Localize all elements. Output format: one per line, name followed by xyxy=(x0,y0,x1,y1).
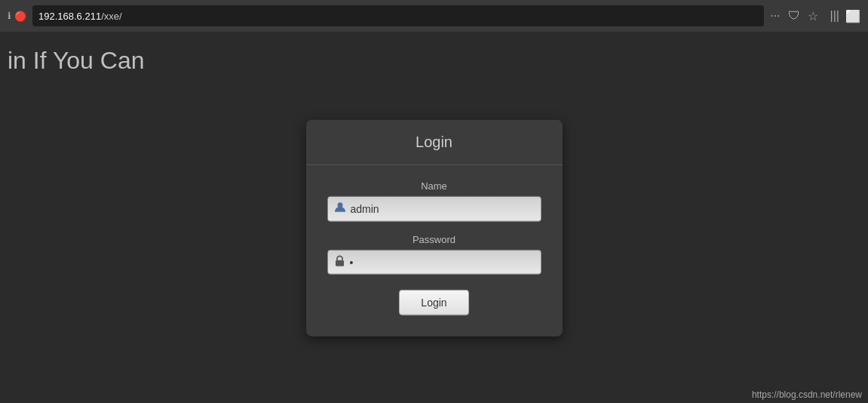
browser-bar: ℹ 🔴 192.168.6.211/xxe/ ··· 🛡 ☆ ||| ⬜ xyxy=(0,0,868,32)
shield-icon[interactable]: 🛡 xyxy=(788,9,800,23)
address-bar[interactable]: 192.168.6.211/xxe/ xyxy=(32,5,764,26)
url-security-icons: ℹ 🔴 xyxy=(8,11,26,22)
login-title: Login xyxy=(416,134,452,150)
url-display: 192.168.6.211/xxe/ xyxy=(38,11,122,22)
login-card: Login Name Password xyxy=(306,120,563,337)
warning-icon: 🔴 xyxy=(14,11,26,22)
more-icon[interactable]: ··· xyxy=(770,9,780,23)
password-label: Password xyxy=(327,234,541,245)
user-icon xyxy=(334,202,346,217)
bookmark-icon[interactable]: ☆ xyxy=(808,9,818,23)
page-title: in If You Can xyxy=(0,47,152,75)
status-bar: https://blog.csdn.net/rlenew xyxy=(746,386,868,403)
lock-icon xyxy=(334,255,345,269)
info-icon: ℹ xyxy=(8,11,11,21)
browser-right-icons: ||| ⬜ xyxy=(830,9,860,23)
page-content: in If You Can Login Name xyxy=(0,32,868,403)
browser-controls: ··· 🛡 ☆ xyxy=(770,9,817,23)
password-field-group: Password xyxy=(327,234,541,275)
name-field-group: Name xyxy=(327,180,541,222)
svg-rect-1 xyxy=(336,260,344,266)
login-button[interactable]: Login xyxy=(399,290,468,315)
password-input-wrapper xyxy=(327,250,541,275)
password-input[interactable] xyxy=(350,256,535,268)
library-icon[interactable]: ||| xyxy=(830,9,839,23)
name-label: Name xyxy=(327,180,541,192)
name-input-wrapper xyxy=(327,196,541,222)
tab-icon[interactable]: ⬜ xyxy=(845,9,860,23)
username-input[interactable] xyxy=(351,203,535,215)
login-card-header: Login xyxy=(306,120,563,165)
login-card-body: Name Password xyxy=(306,165,563,337)
status-url: https://blog.csdn.net/rlenew xyxy=(752,389,862,400)
